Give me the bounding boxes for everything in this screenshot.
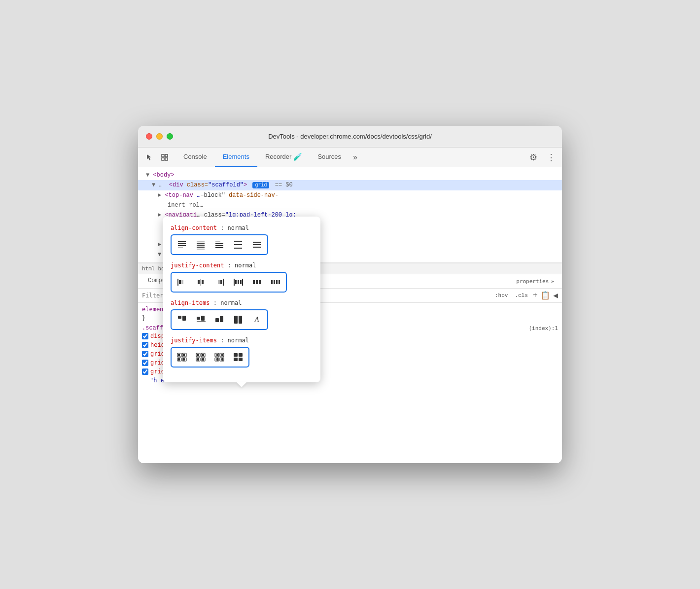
tab-recorder[interactable]: Recorder 🧪	[257, 147, 310, 167]
svg-rect-39	[259, 280, 261, 284]
align-content-end-btn[interactable]	[210, 237, 228, 253]
more-options-button[interactable]: ⋮	[544, 150, 558, 164]
align-content-label: align-content : normal	[171, 224, 313, 231]
justify-items-stretch-btn[interactable]	[229, 349, 247, 365]
prop-checkbox-gta[interactable]	[142, 368, 148, 375]
cls-button[interactable]: .cls	[513, 292, 529, 299]
justify-content-center-btn[interactable]	[192, 274, 210, 290]
toggle-button[interactable]: ◀	[553, 291, 558, 300]
more-tabs-button[interactable]: »	[349, 153, 361, 162]
justify-content-space-evenly-btn[interactable]	[267, 274, 284, 290]
breadcrumb-html[interactable]: html	[142, 265, 155, 272]
justify-content-icons	[171, 272, 287, 293]
align-content-space-between-btn[interactable]	[229, 237, 247, 253]
svg-rect-24	[179, 280, 181, 284]
properties-more-icon[interactable]: »	[551, 278, 554, 285]
svg-rect-10	[197, 245, 205, 246]
tree-line-body[interactable]: ▼ <body>	[138, 170, 562, 180]
svg-rect-66	[197, 358, 199, 361]
align-items-center-btn[interactable]	[192, 312, 210, 328]
svg-rect-25	[181, 280, 183, 284]
tab-console[interactable]: Console	[175, 147, 215, 167]
svg-rect-35	[240, 280, 242, 284]
properties-label: properties	[516, 278, 549, 285]
svg-rect-34	[238, 280, 239, 284]
svg-rect-54	[178, 354, 180, 356]
inspect-icon[interactable]	[158, 150, 172, 164]
close-button[interactable]	[146, 133, 152, 140]
grid-badge: grid	[252, 182, 269, 188]
svg-rect-62	[197, 354, 199, 356]
justify-items-label: justify-items : normal	[171, 337, 313, 344]
svg-rect-13	[215, 241, 220, 242]
svg-rect-42	[276, 280, 278, 284]
prop-checkbox-gtr[interactable]	[142, 360, 148, 366]
svg-rect-43	[279, 280, 280, 284]
svg-rect-26	[198, 280, 200, 284]
tab-elements[interactable]: Elements	[215, 147, 257, 167]
maximize-button[interactable]	[167, 133, 173, 140]
justify-items-icons	[171, 347, 249, 368]
svg-rect-37	[253, 280, 255, 284]
cursor-icon[interactable]	[142, 150, 156, 164]
add-rule-button[interactable]: +	[533, 291, 538, 300]
svg-rect-30	[220, 280, 222, 284]
svg-rect-80	[239, 358, 243, 361]
align-content-start-btn[interactable]	[173, 237, 191, 253]
svg-rect-49	[215, 318, 219, 322]
prop-checkbox-height[interactable]	[142, 342, 148, 348]
svg-rect-18	[234, 244, 242, 245]
prop-checkbox-gtc[interactable]	[142, 351, 148, 357]
align-content-space-around-btn[interactable]	[248, 237, 266, 253]
main-panel: ▼ <body> ▼ … <div class="scaffold"> grid…	[138, 167, 562, 463]
align-items-label: align-items : normal	[171, 299, 313, 306]
svg-rect-78	[239, 353, 243, 357]
tree-line-topnav[interactable]: ► <top-nav …–block" data-side-nav-	[138, 190, 562, 200]
tree-line-inert: inert rol…	[138, 200, 562, 210]
align-content-center-btn[interactable]	[192, 237, 210, 253]
popup-arrow	[237, 382, 246, 387]
svg-rect-1	[165, 154, 168, 157]
svg-rect-15	[215, 245, 223, 246]
align-items-stretch-btn[interactable]	[229, 312, 247, 328]
svg-rect-27	[200, 279, 201, 286]
svg-rect-77	[234, 353, 238, 357]
justify-items-start-btn[interactable]	[173, 349, 191, 365]
justify-content-end-btn[interactable]	[210, 274, 228, 290]
svg-rect-2	[162, 158, 164, 160]
align-items-end-btn[interactable]	[210, 312, 228, 328]
align-items-section: align-items : normal	[171, 299, 313, 330]
align-items-start-btn[interactable]	[173, 312, 191, 328]
svg-rect-16	[215, 247, 223, 248]
align-content-icons	[171, 234, 268, 255]
justify-items-center-btn[interactable]	[192, 349, 210, 365]
justify-items-section: justify-items : normal	[171, 337, 313, 368]
settings-button[interactable]: ⚙	[526, 150, 540, 164]
hov-button[interactable]: :hov	[493, 292, 510, 299]
svg-rect-74	[216, 358, 218, 361]
justify-items-end-btn[interactable]	[210, 349, 228, 365]
svg-rect-46	[197, 317, 200, 320]
justify-content-space-around-btn[interactable]	[248, 274, 266, 290]
source-file[interactable]: (index):1	[528, 325, 558, 331]
svg-rect-60	[183, 358, 185, 361]
toolbar-right: ⚙ ⋮	[526, 150, 558, 164]
copy-button[interactable]: 📋	[540, 291, 550, 300]
elements-panel: ▼ <body> ▼ … <div class="scaffold"> grid…	[138, 167, 562, 463]
svg-rect-31	[223, 279, 224, 286]
svg-rect-50	[220, 316, 223, 322]
align-items-baseline-btn[interactable]: A	[248, 312, 266, 328]
svg-rect-19	[234, 248, 242, 249]
window-title: DevTools - developer.chrome.com/docs/dev…	[268, 133, 432, 140]
prop-checkbox-display[interactable]	[142, 333, 148, 339]
justify-content-space-between-btn[interactable]	[229, 274, 247, 290]
justify-content-start-btn[interactable]	[173, 274, 191, 290]
tree-line-scaffold[interactable]: ▼ … <div class="scaffold"> grid == $0	[138, 180, 562, 190]
tab-sources[interactable]: Sources	[310, 147, 349, 167]
minimize-button[interactable]	[156, 133, 163, 140]
svg-rect-68	[202, 358, 204, 361]
svg-rect-20	[253, 242, 261, 243]
svg-rect-51	[234, 316, 238, 324]
svg-rect-4	[178, 241, 186, 242]
grid-alignment-popup: align-content : normal	[163, 217, 320, 382]
